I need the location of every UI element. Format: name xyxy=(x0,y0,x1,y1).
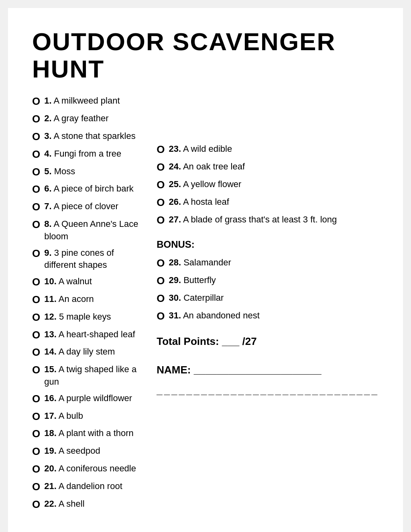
item-text: 16. A purple wildflower xyxy=(44,392,132,405)
list-item: O1. A milkweed plant xyxy=(32,95,140,108)
total-points: Total Points: ___ /27 xyxy=(157,335,379,348)
bullet-icon: O xyxy=(32,346,40,359)
item-text: 8. A Queen Anne's Lace bloom xyxy=(44,218,140,243)
list-item: O7. A piece of clover xyxy=(32,200,140,214)
list-item: O3. A stone that sparkles xyxy=(32,130,140,144)
bullet-icon: O xyxy=(157,161,165,174)
item-text: 4. Fungi from a tree xyxy=(44,148,121,160)
list-item: O6. A piece of birch bark xyxy=(32,183,140,196)
list-item: O23. A wild edible xyxy=(157,143,379,157)
list-item: O15. A twig shaped like a gun xyxy=(32,363,140,388)
list-item: O16. A purple wildflower xyxy=(32,392,140,406)
bullet-icon: O xyxy=(32,247,40,261)
item-text: 27. A blade of grass that's at least 3 f… xyxy=(169,214,337,226)
item-text: 6. A piece of birch bark xyxy=(44,183,134,195)
item-text: 12. 5 maple keys xyxy=(44,311,111,323)
item-text: 15. A twig shaped like a gun xyxy=(44,363,140,388)
bullet-icon: O xyxy=(32,392,40,406)
list-item: O24. An oak tree leaf xyxy=(157,161,379,174)
list-item: O25. A yellow flower xyxy=(157,178,379,192)
list-item: O14. A day lily stem xyxy=(32,346,140,359)
item-text: 2. A gray feather xyxy=(44,112,108,125)
list-item: O19. A seedpod xyxy=(32,445,140,459)
bullet-icon: O xyxy=(32,148,40,161)
list-item: O27. A blade of grass that's at least 3 … xyxy=(157,214,379,227)
item-text: 13. A heart-shaped leaf xyxy=(44,328,135,341)
bullet-icon: O xyxy=(32,311,40,324)
list-item: O10. A walnut xyxy=(32,275,140,289)
bullet-icon: O xyxy=(32,95,40,108)
bullet-icon: O xyxy=(157,292,165,306)
second-line: ______________________________ xyxy=(157,384,379,397)
bonus-item: O29. Butterfly xyxy=(157,274,379,288)
bullet-icon: O xyxy=(157,143,165,157)
name-section: NAME: ______________________ ___________… xyxy=(157,364,379,397)
item-text: 10. A walnut xyxy=(44,275,92,288)
item-text: 21. A dandelion root xyxy=(44,480,122,493)
list-item: O17. A bulb xyxy=(32,410,140,424)
right-column: O23. A wild edibleO24. An oak tree leafO… xyxy=(157,95,379,515)
list-item: O8. A Queen Anne's Lace bloom xyxy=(32,218,140,243)
item-text: 29. Butterfly xyxy=(169,274,216,287)
item-text: 23. A wild edible xyxy=(169,143,232,155)
bonus-item: O30. Caterpillar xyxy=(157,292,379,306)
item-text: 5. Moss xyxy=(44,165,75,178)
list-item: O9. 3 pine cones of different shapes xyxy=(32,247,140,272)
list-item: O21. A dandelion root xyxy=(32,480,140,494)
name-label: NAME: ______________________ xyxy=(157,364,321,376)
item-text: 3. A stone that sparkles xyxy=(44,130,136,143)
item-text: 17. A bulb xyxy=(44,410,83,422)
bullet-icon: O xyxy=(32,130,40,144)
list-item: O12. 5 maple keys xyxy=(32,311,140,324)
left-column: O1. A milkweed plantO2. A gray featherO3… xyxy=(32,95,140,515)
item-text: 11. An acorn xyxy=(44,293,94,306)
bullet-icon: O xyxy=(32,200,40,214)
list-item: O4. Fungi from a tree xyxy=(32,148,140,161)
item-text: 22. A shell xyxy=(44,498,84,510)
list-item: O20. A coniferous needle xyxy=(32,463,140,476)
bonus-label: BONUS: xyxy=(157,239,379,250)
content-area: O1. A milkweed plantO2. A gray featherO3… xyxy=(32,95,379,515)
bullet-icon: O xyxy=(32,165,40,179)
page: OUTDOOR SCAVENGER HUNT O1. A milkweed pl… xyxy=(8,8,403,532)
item-text: 30. Caterpillar xyxy=(169,292,224,304)
item-text: 31. An abandoned nest xyxy=(169,310,259,322)
bullet-icon: O xyxy=(157,257,165,270)
item-text: 14. A day lily stem xyxy=(44,346,115,358)
item-text: 20. A coniferous needle xyxy=(44,463,136,475)
bullet-icon: O xyxy=(157,178,165,192)
item-text: 18. A plant with a thorn xyxy=(44,427,134,440)
list-item: O2. A gray feather xyxy=(32,112,140,126)
item-text: 1. A milkweed plant xyxy=(44,95,120,107)
list-item: O22. A shell xyxy=(32,498,140,512)
bullet-icon: O xyxy=(157,310,165,323)
list-item: O5. Moss xyxy=(32,165,140,179)
bullet-icon: O xyxy=(32,112,40,126)
bullet-icon: O xyxy=(32,410,40,424)
bullet-icon: O xyxy=(32,218,40,232)
bullet-icon: O xyxy=(32,275,40,289)
list-item: O26. A hosta leaf xyxy=(157,196,379,210)
item-text: 26. A hosta leaf xyxy=(169,196,229,208)
bullet-icon: O xyxy=(32,498,40,512)
bullet-icon: O xyxy=(157,196,165,210)
bullet-icon: O xyxy=(32,445,40,459)
bullet-icon: O xyxy=(157,214,165,227)
bullet-icon: O xyxy=(32,480,40,494)
bullet-icon: O xyxy=(32,328,40,342)
item-text: 7. A piece of clover xyxy=(44,200,118,213)
list-item: O13. A heart-shaped leaf xyxy=(32,328,140,342)
list-item: O18. A plant with a thorn xyxy=(32,427,140,441)
item-text: 25. A yellow flower xyxy=(169,178,241,191)
item-text: 24. An oak tree leaf xyxy=(169,161,245,173)
bullet-icon: O xyxy=(32,293,40,307)
item-text: 9. 3 pine cones of different shapes xyxy=(44,247,140,272)
bonus-item: O28. Salamander xyxy=(157,257,379,270)
bullet-icon: O xyxy=(32,427,40,441)
item-text: 19. A seedpod xyxy=(44,445,100,457)
bullet-icon: O xyxy=(32,183,40,196)
bullet-icon: O xyxy=(32,463,40,476)
item-text: 28. Salamander xyxy=(169,257,231,269)
bonus-item: O31. An abandoned nest xyxy=(157,310,379,323)
bullet-icon: O xyxy=(32,363,40,377)
